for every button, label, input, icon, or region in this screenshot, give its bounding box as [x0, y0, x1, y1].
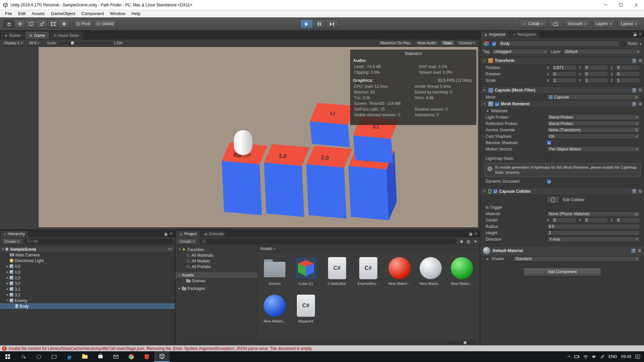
- thumbnail-size-slider[interactable]: [446, 342, 475, 343]
- taskbar-search-button[interactable]: [15, 351, 31, 362]
- scale-z-field[interactable]: 1: [615, 78, 640, 83]
- foldout-icon[interactable]: [177, 287, 182, 290]
- project-search-input[interactable]: [200, 239, 457, 244]
- asset-item-cube-prefab[interactable]: Cube (1): [290, 255, 321, 292]
- foldout-icon[interactable]: [5, 293, 10, 296]
- help-icon[interactable]: [632, 102, 636, 106]
- maximize-on-play-button[interactable]: Maximize On Play: [377, 40, 413, 46]
- favorites-all-models[interactable]: All Models: [175, 258, 257, 264]
- lock-icon[interactable]: [469, 233, 472, 236]
- favorites-all-materials[interactable]: All Materials: [175, 252, 257, 258]
- packages-item[interactable]: Packages: [175, 286, 257, 291]
- foldout-icon[interactable]: [486, 257, 490, 260]
- help-icon[interactable]: [632, 59, 636, 63]
- menu-help[interactable]: Help: [128, 10, 144, 17]
- tab-asset-store[interactable]: ⊞ Asset Store: [50, 32, 83, 39]
- panel-menu-icon[interactable]: ≡: [639, 32, 641, 36]
- cloud-button[interactable]: [549, 20, 562, 28]
- clock[interactable]: 09:43: [621, 354, 631, 359]
- pause-button[interactable]: [313, 19, 326, 28]
- center-z-field[interactable]: 0: [615, 218, 640, 223]
- menu-file[interactable]: File: [2, 10, 15, 17]
- gameobject-name-field[interactable]: Body: [498, 41, 619, 47]
- panel-menu-icon[interactable]: ≡: [170, 232, 172, 236]
- anchor-override-field[interactable]: None (Transform) ◎: [547, 127, 640, 133]
- menu-component[interactable]: Component: [78, 10, 107, 17]
- task-view-button[interactable]: [46, 351, 62, 362]
- center-x-field[interactable]: 0: [551, 218, 576, 223]
- hand-tool-button[interactable]: [3, 19, 14, 28]
- height-field[interactable]: 2: [547, 230, 640, 236]
- layout-dropdown[interactable]: Layout: [618, 20, 640, 28]
- mute-audio-button[interactable]: Mute Audio: [415, 40, 439, 46]
- start-button[interactable]: [0, 351, 15, 362]
- foldout-icon[interactable]: [5, 288, 10, 291]
- active-checkbox[interactable]: [492, 42, 496, 46]
- minimize-button[interactable]: [598, 0, 613, 10]
- help-icon[interactable]: [632, 189, 636, 193]
- foldout-icon[interactable]: [5, 282, 10, 285]
- gear-icon[interactable]: [638, 88, 642, 92]
- foldout-icon[interactable]: [177, 274, 182, 277]
- edge-taskbar-button[interactable]: [62, 351, 77, 362]
- rotation-y-field[interactable]: 0: [584, 71, 608, 77]
- tab-navigation[interactable]: ✛ Navigation: [509, 31, 540, 38]
- hierarchy-item-0-0[interactable]: 0,0: [0, 263, 175, 269]
- transform-tool-button[interactable]: [59, 19, 70, 28]
- center-y-field[interactable]: 0: [584, 218, 608, 223]
- scale-slider-thumb[interactable]: [71, 41, 74, 45]
- foldout-icon[interactable]: [482, 190, 487, 193]
- panel-menu-icon[interactable]: ≡: [475, 232, 477, 236]
- asset-item-waypoint[interactable]: Waypoint: [290, 293, 321, 329]
- physic-material-field[interactable]: None (Physic Material) ◎: [547, 211, 640, 217]
- materials-foldout-row[interactable]: Materials: [480, 108, 644, 114]
- search-by-type-icon[interactable]: ◉: [459, 239, 464, 244]
- file-explorer-taskbar-button[interactable]: [77, 351, 93, 362]
- brave-taskbar-button[interactable]: [139, 351, 154, 362]
- cortana-button[interactable]: [31, 351, 46, 362]
- position-x-field[interactable]: 0.071: [551, 65, 576, 70]
- aspect-ratio-dropdown[interactable]: 16:9: [27, 40, 42, 46]
- hierarchy-item-3-2[interactable]: 3,2: [0, 292, 175, 298]
- scenes-folder-item[interactable]: Scenes: [175, 278, 257, 284]
- volume-icon[interactable]: [592, 355, 596, 359]
- language-indicator[interactable]: ENG: [608, 354, 617, 359]
- gear-icon[interactable]: [638, 59, 642, 63]
- asset-item-cubeeditor[interactable]: CubeEditor: [321, 255, 353, 292]
- gear-icon[interactable]: [638, 102, 642, 106]
- asset-item-scenes[interactable]: Scenes: [259, 255, 290, 292]
- tab-scene[interactable]: ◈ Scene: [1, 32, 24, 39]
- global-button[interactable]: Global: [94, 19, 117, 28]
- object-picker-icon[interactable]: ◎: [635, 212, 638, 216]
- hierarchy-search-input[interactable]: ▾ All: [24, 239, 173, 244]
- thumbnail-size-slider-thumb[interactable]: [464, 341, 467, 344]
- asset-item-material-green[interactable]: New Materi...: [446, 255, 477, 292]
- menu-window[interactable]: Window: [107, 10, 128, 17]
- hierarchy-item-2-0[interactable]: 2,0: [0, 275, 175, 281]
- mesh-object-field[interactable]: Capsule ◎: [547, 94, 640, 100]
- favorites-item[interactable]: ★ Favorites: [175, 247, 257, 252]
- hierarchy-item-main-camera[interactable]: Main Camera: [0, 252, 175, 258]
- pen-icon[interactable]: [600, 355, 604, 359]
- project-create-button[interactable]: Create: [177, 238, 198, 244]
- hierarchy-item-samplescene[interactable]: SampleScene ▾≡: [0, 246, 175, 252]
- hierarchy-item-3-0[interactable]: 3,0: [0, 281, 175, 286]
- lightmap-static-checkbox[interactable]: [547, 156, 551, 161]
- light-probes-dropdown[interactable]: Blend Probes: [547, 114, 640, 120]
- reflection-probes-dropdown[interactable]: Blend Probes: [547, 121, 640, 126]
- foldout-icon[interactable]: [5, 265, 10, 268]
- mesh-filter-header[interactable]: Capsule (Mesh Filter): [480, 86, 644, 94]
- scene-options-icon[interactable]: ▾≡: [168, 247, 175, 251]
- foldout-icon[interactable]: [5, 299, 10, 302]
- rotate-tool-button[interactable]: [25, 19, 37, 28]
- tab-console[interactable]: ▤ Console: [201, 231, 227, 237]
- pivot-button[interactable]: Pivot: [73, 19, 94, 28]
- hierarchy-item-enemy[interactable]: Enemy: [0, 298, 175, 303]
- scale-slider[interactable]: [58, 41, 112, 45]
- mesh-renderer-header[interactable]: Mesh Renderer: [480, 100, 644, 108]
- store-taskbar-button[interactable]: [93, 351, 108, 362]
- rect-tool-button[interactable]: [48, 19, 59, 28]
- asset-item-material-white[interactable]: New Materi...: [415, 255, 446, 292]
- help-icon[interactable]: [632, 88, 636, 93]
- lock-icon[interactable]: [164, 233, 167, 236]
